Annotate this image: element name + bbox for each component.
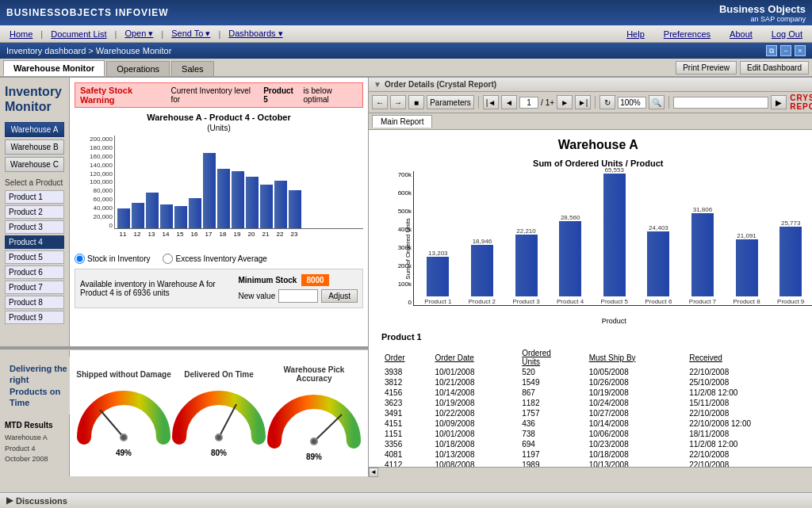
refresh-icon[interactable]: ↻: [599, 95, 615, 109]
product-1-button[interactable]: Product 1: [5, 190, 64, 204]
svg-line-0: [100, 410, 124, 437]
report-tab-bar: Main Report: [369, 113, 812, 130]
zoom-input[interactable]: [618, 97, 646, 109]
nav-home[interactable]: Home: [3, 28, 39, 40]
product-9-button[interactable]: Product 9: [5, 311, 64, 324]
gauge-delivered-title: Delivered On Time: [171, 370, 266, 379]
next-page-icon[interactable]: ►: [557, 95, 573, 109]
search-go-icon[interactable]: ▶: [771, 95, 787, 109]
crystal-header: ▼ Order Details (Crystal Report): [369, 78, 812, 92]
gauges-sidebar-text: Delivering the right Products on Time: [5, 357, 75, 414]
nav-send-to[interactable]: Send To ▾: [165, 27, 216, 40]
warehouse-b-button[interactable]: Warehouse B: [5, 139, 64, 155]
gauge-delivered: Delivered On Time: [171, 370, 266, 457]
nav-dashboards[interactable]: Dashboards ▾: [222, 27, 289, 40]
rbar-p1: 13,203 Product 1: [417, 250, 459, 305]
last-page-icon[interactable]: ►|: [575, 95, 591, 109]
adjust-button[interactable]: Adjust: [321, 289, 358, 303]
tab-warehouse-monitor[interactable]: Warehouse Monitor: [3, 60, 105, 76]
min-stock-value: 8000: [301, 274, 328, 286]
collapse-icon[interactable]: ▼: [373, 80, 381, 89]
nav-right: Help Preferences About Log Out: [620, 28, 809, 40]
nav-about[interactable]: About: [723, 28, 759, 40]
gauge-accuracy: Warehouse Pick Accuracy: [266, 365, 362, 461]
tab-main-report[interactable]: Main Report: [372, 115, 432, 128]
first-page-icon[interactable]: |◄: [483, 95, 499, 109]
bar-19: [232, 171, 244, 228]
separator-1: [478, 96, 479, 109]
discussions-bar[interactable]: ▶ Discussions: [0, 492, 812, 508]
tab-sales[interactable]: Sales: [171, 61, 214, 76]
report-bar-chart: 13,203 Product 1 18,946 Product 2 22,210: [413, 171, 812, 306]
nav-open[interactable]: Open ▾: [118, 27, 159, 40]
bar-15: [174, 206, 187, 228]
parameters-button[interactable]: Parameters: [427, 95, 474, 109]
search-input[interactable]: [673, 97, 768, 109]
bar-16: [189, 198, 201, 228]
product-6-button[interactable]: Product 6: [5, 265, 64, 279]
option-stock[interactable]: Stock in Inventory: [75, 254, 150, 264]
stop-icon[interactable]: ■: [408, 95, 424, 109]
col-order: Order: [381, 348, 431, 367]
inv-info-text: Available inventory in Warehouse A for P…: [80, 280, 229, 297]
prev-page-icon[interactable]: ◄: [501, 95, 517, 109]
nav-help[interactable]: Help: [620, 28, 651, 40]
product-3-button[interactable]: Product 3: [5, 220, 64, 234]
col-order-date: Order Date: [431, 348, 519, 367]
table-row: 408110/13/2008119710/18/200822/10/2008: [381, 449, 812, 460]
table-row: 381210/21/2008154910/26/200825/10/2008: [381, 377, 812, 388]
left-panel: Inventory Monitor Warehouse A Warehouse …: [0, 78, 369, 476]
nav-forward-icon[interactable]: →: [390, 95, 406, 109]
page-current-input[interactable]: [519, 97, 538, 109]
tab-operations[interactable]: Operations: [106, 61, 170, 76]
new-value-input[interactable]: [278, 289, 318, 303]
gauges-main: Shipped without Damage: [70, 350, 368, 476]
inventory-chart-area: Safety Stock Warning Current Inventory l…: [70, 78, 368, 346]
table-row: 335610/18/200869410/23/200811/2/08 12:00: [381, 439, 812, 449]
inventory-sidebar: Inventory Monitor Warehouse A Warehouse …: [0, 78, 70, 346]
edit-dashboard-button[interactable]: Edit Dashboard: [740, 61, 809, 74]
warehouse-a-button[interactable]: Warehouse A: [5, 122, 64, 137]
table-row: 393810/01/200852010/05/200822/10/2008: [381, 367, 812, 377]
scroll-left-button[interactable]: ◄: [369, 468, 378, 477]
close-icon[interactable]: ×: [795, 45, 806, 56]
product-8-button[interactable]: Product 8: [5, 296, 64, 309]
separator-2: [595, 96, 596, 109]
bar-20: [246, 177, 259, 228]
nav-preferences[interactable]: Preferences: [657, 28, 717, 40]
gauges-sidebar: Delivering the right Products on Time MT…: [0, 350, 70, 476]
table-row: 415610/14/200886710/19/200811/2/08 12:00: [381, 388, 812, 398]
select-product-label: Select a Product: [5, 178, 64, 187]
report-table: Order Order Date OrderedUnits Must Ship …: [381, 348, 812, 467]
restore-icon[interactable]: ⧉: [766, 45, 777, 56]
svg-point-8: [312, 439, 316, 444]
tabs-right: Print Preview Edit Dashboard: [676, 61, 809, 74]
gauge-delivered-pct: 80%: [171, 449, 266, 457]
report-table-body: 393810/01/200852010/05/200822/10/2008381…: [381, 367, 812, 467]
zoom-icon[interactable]: 🔍: [649, 95, 665, 109]
rbar-p5: 65,553 Product 5: [593, 166, 635, 305]
bar-13: [146, 193, 159, 228]
report-warehouse-title: Warehouse A: [381, 138, 812, 152]
warning-status: is below optimal: [304, 86, 358, 104]
bar-11: [117, 208, 130, 228]
rbar-p8: 21,091 Product 8: [726, 232, 768, 305]
option-excess[interactable]: Excess Inventory Average: [163, 254, 266, 264]
report-content: Warehouse A Sum of Ordered Units / Produ…: [369, 130, 812, 467]
product-4-button[interactable]: Product 4: [5, 235, 64, 249]
product-2-button[interactable]: Product 2: [5, 205, 64, 219]
product-7-button[interactable]: Product 7: [5, 281, 64, 294]
minimize-icon[interactable]: −: [780, 45, 791, 56]
report-y-axis: 700k600k500k400k300k200k100k0: [381, 171, 412, 306]
warehouse-c-button[interactable]: Warehouse C: [5, 157, 64, 172]
crystal-brand: CRYSTAL REPORTS: [790, 94, 812, 111]
bar-21: [260, 185, 273, 228]
inventory-title: Inventory Monitor: [5, 84, 64, 114]
product-5-button[interactable]: Product 5: [5, 250, 64, 264]
nav-document-list[interactable]: Document List: [44, 28, 113, 40]
table-row: 411210/08/2008198910/13/200822/10/2008: [381, 460, 812, 467]
nav-back-icon[interactable]: ←: [372, 95, 388, 109]
report-x-label: Product: [413, 317, 812, 325]
nav-logout[interactable]: Log Out: [765, 28, 809, 40]
print-preview-button[interactable]: Print Preview: [676, 61, 737, 74]
